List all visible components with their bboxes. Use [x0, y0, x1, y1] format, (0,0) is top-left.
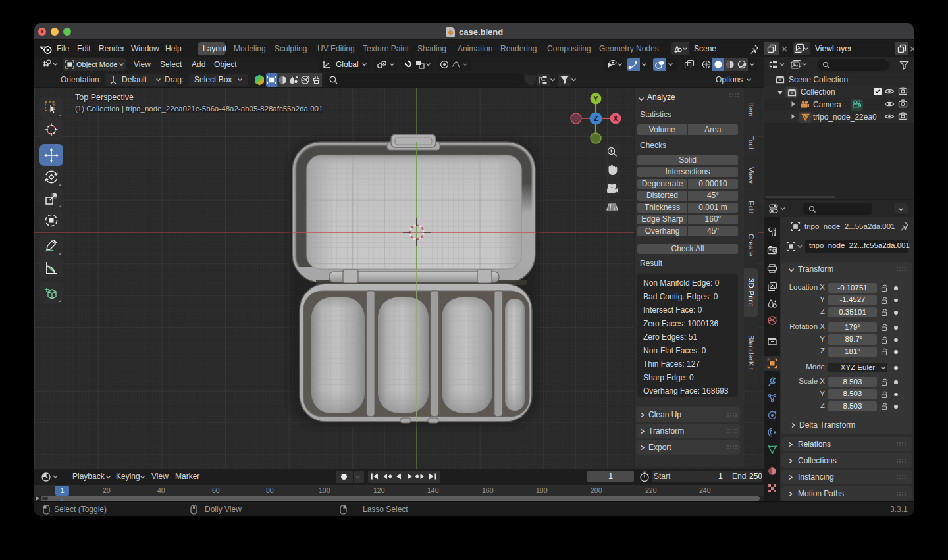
svg-text:Z: Z: [594, 115, 598, 122]
svg-text:X: X: [614, 115, 618, 122]
svg-text:Y: Y: [594, 95, 598, 103]
